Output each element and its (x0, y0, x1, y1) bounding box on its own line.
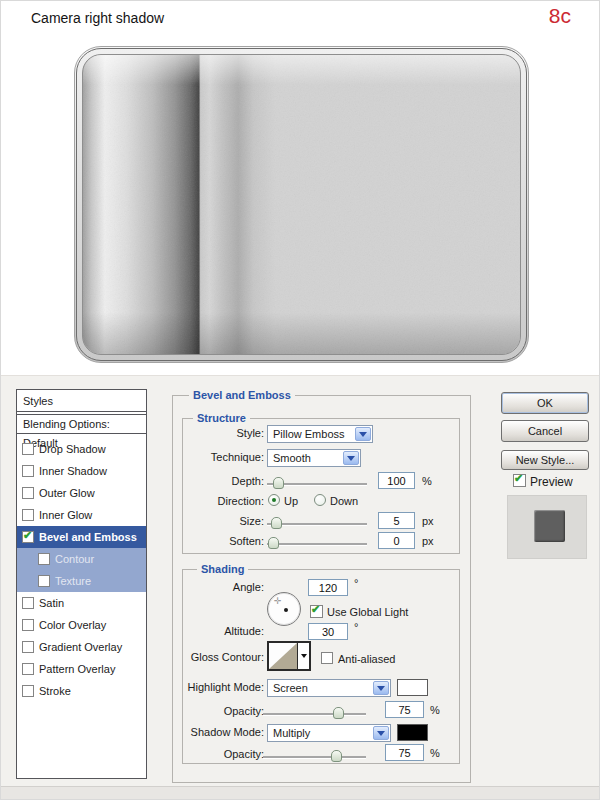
soften-label: Soften: (154, 535, 264, 547)
style-item-outer-glow[interactable]: Outer Glow (17, 482, 146, 504)
checkbox-icon[interactable] (22, 597, 34, 609)
direction-up-label: Up (284, 495, 298, 507)
size-input[interactable] (378, 512, 415, 529)
shadow-color-swatch[interactable] (397, 724, 428, 741)
checkbox-icon[interactable] (22, 509, 34, 521)
use-global-light-checkbox[interactable] (310, 605, 323, 618)
style-label: Style: (154, 427, 264, 439)
style-item-bevel-and-emboss[interactable]: Bevel and Emboss (17, 526, 146, 548)
highlight-color-swatch[interactable] (397, 679, 428, 696)
style-item-inner-shadow[interactable]: Inner Shadow (17, 460, 146, 482)
camera-sheen (83, 55, 520, 354)
angle-label: Angle: (154, 581, 264, 593)
soften-unit: px (422, 535, 434, 547)
shading-legend: Shading (197, 563, 248, 575)
preview-swatch-area (507, 495, 587, 559)
direction-up-radio[interactable] (268, 494, 280, 506)
screenshot-root: Camera right shadow 8c Styles Blending O… (0, 0, 600, 800)
styles-panel-header: Styles (17, 390, 146, 412)
gloss-contour-label: Gloss Contour: (154, 651, 264, 663)
checkbox-icon[interactable] (38, 553, 50, 565)
size-label: Size: (154, 515, 264, 527)
direction-down-label: Down (330, 495, 358, 507)
shadow-mode-dropdown[interactable]: Multiply (267, 724, 391, 742)
style-item-label: Drop Shadow (39, 443, 106, 455)
shadow-mode-label: Shadow Mode: (154, 726, 264, 738)
style-item-label: Gradient Overlay (39, 641, 122, 653)
chevron-down-icon[interactable] (297, 643, 309, 669)
style-dropdown[interactable]: Pillow Emboss (267, 425, 373, 443)
technique-label: Technique: (154, 451, 264, 463)
size-unit: px (422, 515, 434, 527)
style-item-gradient-overlay[interactable]: Gradient Overlay (17, 636, 146, 658)
shadow-mode-value: Multiply (273, 727, 310, 739)
chevron-down-icon[interactable] (373, 726, 389, 740)
soften-slider[interactable] (267, 543, 367, 545)
styles-panel: Styles Blending Options: Default Drop Sh… (16, 389, 147, 779)
highlight-opacity-input[interactable] (385, 701, 424, 718)
gloss-contour-picker[interactable] (267, 641, 311, 671)
checkbox-icon[interactable] (22, 641, 34, 653)
layer-style-dialog: Styles Blending Options: Default Drop Sh… (1, 375, 600, 800)
size-slider[interactable] (267, 523, 367, 525)
chevron-down-icon[interactable] (343, 451, 359, 465)
soften-input[interactable] (378, 532, 415, 549)
style-item-label: Color Overlay (39, 619, 106, 631)
anti-aliased-label: Anti-aliased (338, 653, 395, 665)
camera-rim (76, 48, 527, 361)
ok-button[interactable]: OK (501, 392, 589, 414)
style-item-label: Inner Glow (39, 509, 92, 521)
technique-dropdown[interactable]: Smooth (267, 449, 361, 467)
style-item-stroke[interactable]: Stroke (17, 680, 146, 702)
cancel-button[interactable]: Cancel (501, 420, 589, 442)
direction-label: Direction: (154, 495, 264, 507)
checkbox-icon[interactable] (22, 487, 34, 499)
style-item-inner-glow[interactable]: Inner Glow (17, 504, 146, 526)
direction-down-radio[interactable] (314, 494, 326, 506)
altitude-input[interactable] (308, 623, 348, 640)
highlight-opacity-unit: % (430, 704, 440, 716)
preview-checkbox[interactable] (513, 474, 526, 487)
new-style-button[interactable]: New Style... (501, 450, 589, 470)
style-item-pattern-overlay[interactable]: Pattern Overlay (17, 658, 146, 680)
depth-input[interactable] (378, 472, 415, 489)
preview-style-chip (534, 510, 565, 542)
style-item-texture[interactable]: Texture (17, 570, 146, 592)
slider-thumb[interactable] (333, 707, 344, 719)
checkbox-icon[interactable] (22, 465, 34, 477)
page-title: Camera right shadow (31, 10, 164, 26)
depth-label: Depth: (154, 475, 264, 487)
highlight-opacity-slider[interactable] (263, 713, 366, 715)
angle-dial[interactable]: ✛ (267, 592, 301, 626)
angle-input[interactable] (308, 579, 348, 596)
checkbox-icon[interactable] (22, 685, 34, 697)
chevron-down-icon[interactable] (373, 681, 389, 695)
shadow-opacity-unit: % (430, 747, 440, 759)
checkbox-icon[interactable] (22, 619, 34, 631)
checkbox-checked-icon[interactable] (22, 531, 34, 543)
chevron-down-icon[interactable] (355, 427, 371, 441)
checkbox-icon[interactable] (38, 575, 50, 587)
slider-thumb[interactable] (331, 750, 342, 762)
anti-aliased-checkbox[interactable] (321, 652, 333, 664)
style-item-label: Stroke (39, 685, 71, 697)
technique-dropdown-value: Smooth (273, 452, 311, 464)
dialog-bottom-strip (1, 786, 600, 800)
panel-title: Bevel and Emboss (189, 389, 295, 401)
slider-thumb[interactable] (273, 477, 284, 489)
style-item-label: Contour (55, 553, 94, 565)
shadow-opacity-slider[interactable] (263, 756, 366, 758)
checkbox-icon[interactable] (22, 443, 34, 455)
shadow-opacity-input[interactable] (385, 744, 424, 761)
depth-slider[interactable] (267, 483, 367, 485)
contour-thumbnail-icon (269, 643, 297, 669)
style-item-color-overlay[interactable]: Color Overlay (17, 614, 146, 636)
checkbox-icon[interactable] (22, 663, 34, 675)
highlight-mode-dropdown[interactable]: Screen (267, 679, 391, 697)
style-item-satin[interactable]: Satin (17, 592, 146, 614)
blending-options-item[interactable]: Blending Options: Default (17, 415, 146, 434)
style-item-label: Outer Glow (39, 487, 95, 499)
slider-thumb[interactable] (271, 517, 282, 529)
slider-thumb[interactable] (268, 537, 279, 549)
style-item-contour[interactable]: Contour (17, 548, 146, 570)
